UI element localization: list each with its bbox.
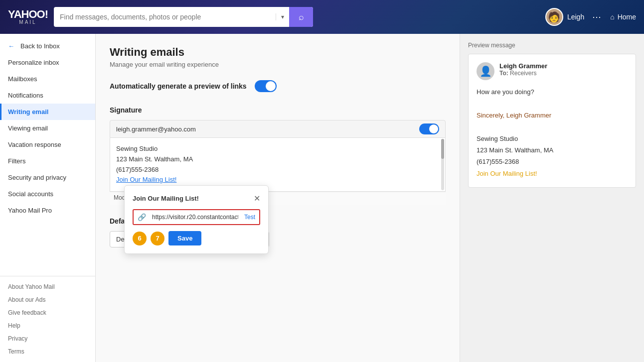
search-button[interactable]: ⌕	[289, 7, 313, 27]
sidebar-item-viewing-email[interactable]: Viewing email	[0, 120, 95, 136]
sidebar-give-feedback[interactable]: Give feedback	[0, 306, 95, 319]
preview-sender-name: Leigh Grammer	[499, 62, 547, 70]
link-popup: Join Our Mailing List! ✕ 🔗 Test 6 7 Save	[124, 185, 269, 254]
sidebar-nav: ← Back to Inbox Personalize inbox Mailbo…	[0, 34, 95, 276]
search-icon: ⌕	[299, 12, 304, 22]
signature-label: Signature	[110, 106, 446, 114]
preview-sig-name: Sewing Studio	[477, 133, 628, 144]
sidebar-item-label: Security and privacy	[8, 174, 66, 181]
sidebar-item-label: Writing email	[8, 108, 48, 116]
preview-sig-address: 123 Main St. Waltham, MA	[477, 144, 628, 156]
sidebar-item-social[interactable]: Social accounts	[0, 186, 95, 202]
sidebar-item-pro[interactable]: Yahoo Mail Pro	[0, 202, 95, 219]
signature-toggle[interactable]	[419, 123, 439, 134]
sig-scrollbar[interactable]	[441, 139, 444, 190]
search-input[interactable]	[54, 13, 276, 21]
signature-editor-wrap: Sewing Studio 123 Main St. Waltham, MA (…	[110, 138, 446, 192]
sidebar-item-label: Notifications	[8, 92, 43, 99]
signature-email: leigh.grammer@yahoo.com	[116, 125, 415, 133]
sig-line-3: (617)555-2368	[116, 165, 439, 175]
step-6-badge: 6	[133, 232, 147, 245]
signature-email-row: leigh.grammer@yahoo.com	[110, 120, 446, 138]
auto-preview-row: Automatically generate a preview of link…	[110, 80, 446, 92]
sidebar-help[interactable]: Help	[0, 319, 95, 332]
preview-label: Preview message	[468, 42, 636, 49]
header: YAHOO! MAIL ▾ ⌕ 🧑 Leigh ⋯ ⌂ Home	[0, 0, 644, 34]
sidebar-item-label: Social accounts	[8, 190, 53, 198]
yahoo-logo: YAHOO! MAIL	[8, 9, 48, 25]
avatar: 🧑	[545, 8, 563, 26]
page-title: Writing emails	[110, 46, 446, 59]
sidebar-item-label: Vacation response	[8, 141, 61, 148]
sidebar-privacy[interactable]: Privacy	[0, 332, 95, 345]
sidebar-about-ads[interactable]: About our Ads	[0, 293, 95, 306]
signature-section: Signature leigh.grammer@yahoo.com Sewing…	[110, 106, 446, 205]
sig-link[interactable]: Join Our Mailing List!	[116, 176, 176, 183]
sidebar-item-writing-email[interactable]: Writing email	[0, 104, 95, 120]
home-icon: ⌂	[610, 13, 614, 21]
search-dropdown-button[interactable]: ▾	[276, 13, 289, 20]
preview-body: How are you doing? Sincerely, Leigh Gram…	[477, 86, 628, 179]
sidebar-item-label: Filters	[8, 157, 25, 165]
sidebar-item-personalize[interactable]: Personalize inbox	[0, 54, 95, 71]
preview-card: 👤 Leigh Grammer To: Receivers How are yo…	[468, 54, 636, 188]
link-test-button[interactable]: Test	[240, 214, 259, 221]
link-input-row: 🔗 Test	[133, 209, 260, 225]
preview-sincerely: Sincerely, Leigh Grammer	[477, 110, 628, 121]
sidebar-footer: About Yahoo Mail About our Ads Give feed…	[0, 276, 95, 362]
link-popup-title: Join Our Mailing List!	[133, 195, 199, 202]
main-content: Writing emails Manage your email writing…	[96, 34, 460, 362]
sidebar-item-label: Personalize inbox	[8, 59, 59, 66]
sidebar-terms-row: Terms	[0, 345, 95, 358]
sidebar-terms[interactable]: Terms	[8, 348, 24, 355]
avatar-icon: 👤	[480, 65, 492, 77]
sidebar-item-filters[interactable]: Filters	[0, 153, 95, 169]
preview-greeting: How are you doing?	[477, 86, 628, 98]
sidebar-item-security[interactable]: Security and privacy	[0, 169, 95, 186]
link-url-input[interactable]	[150, 210, 240, 224]
auto-preview-toggle[interactable]	[255, 80, 277, 92]
back-arrow-icon: ←	[8, 42, 14, 50]
search-bar[interactable]: ▾ ⌕	[54, 7, 313, 27]
preview-sig-phone: (617)555-2368	[477, 156, 628, 167]
sidebar-item-label: Mailboxes	[8, 75, 37, 83]
sidebar-item-vacation[interactable]: Vacation response	[0, 136, 95, 153]
layout: ← Back to Inbox Personalize inbox Mailbo…	[0, 34, 644, 362]
save-button[interactable]: Save	[168, 231, 201, 245]
preview-sender-info: Leigh Grammer To: Receivers	[499, 62, 547, 77]
sidebar-item-notifications[interactable]: Notifications	[0, 87, 95, 104]
sidebar: ← Back to Inbox Personalize inbox Mailbo…	[0, 34, 96, 362]
link-chain-icon: 🔗	[134, 213, 150, 221]
sidebar-item-mailboxes[interactable]: Mailboxes	[0, 71, 95, 87]
auto-preview-label: Automatically generate a preview of link…	[110, 82, 247, 90]
sidebar-item-label: Yahoo Mail Pro	[8, 207, 52, 214]
sig-line-4: Join Our Mailing List!	[116, 175, 439, 185]
link-popup-close-button[interactable]: ✕	[254, 194, 260, 203]
preview-sender-row: 👤 Leigh Grammer To: Receivers	[477, 62, 628, 80]
sidebar-item-label: Viewing email	[8, 124, 48, 132]
popup-actions: 6 7 Save	[133, 231, 260, 245]
sig-line-2: 123 Main St. Waltham, MA	[116, 154, 439, 165]
page-subtitle: Manage your email writing experience	[110, 61, 446, 68]
signature-editor[interactable]: Sewing Studio 123 Main St. Waltham, MA (…	[110, 138, 445, 191]
preview-sig-link: Join Our Mailing List!	[477, 168, 628, 179]
sig-line-1: Sewing Studio	[116, 144, 439, 154]
step-7-badge: 7	[151, 232, 164, 245]
sidebar-about-yahoo[interactable]: About Yahoo Mail	[0, 280, 95, 293]
preview-to: To: Receivers	[499, 70, 547, 77]
apps-icon[interactable]: ⋯	[592, 11, 602, 22]
header-right: 🧑 Leigh ⋯ ⌂ Home	[545, 8, 636, 26]
preview-panel: Preview message 👤 Leigh Grammer To: Rece…	[460, 34, 644, 362]
sidebar-back-label: Back to Inbox	[20, 42, 60, 50]
user-menu[interactable]: 🧑 Leigh	[545, 8, 584, 26]
home-button[interactable]: ⌂ Home	[610, 13, 636, 21]
user-name: Leigh	[567, 13, 584, 21]
link-popup-header: Join Our Mailing List! ✕	[133, 194, 260, 203]
sidebar-item-back[interactable]: ← Back to Inbox	[0, 38, 95, 54]
preview-avatar: 👤	[477, 62, 494, 80]
sig-scrollbar-thumb	[441, 139, 444, 159]
